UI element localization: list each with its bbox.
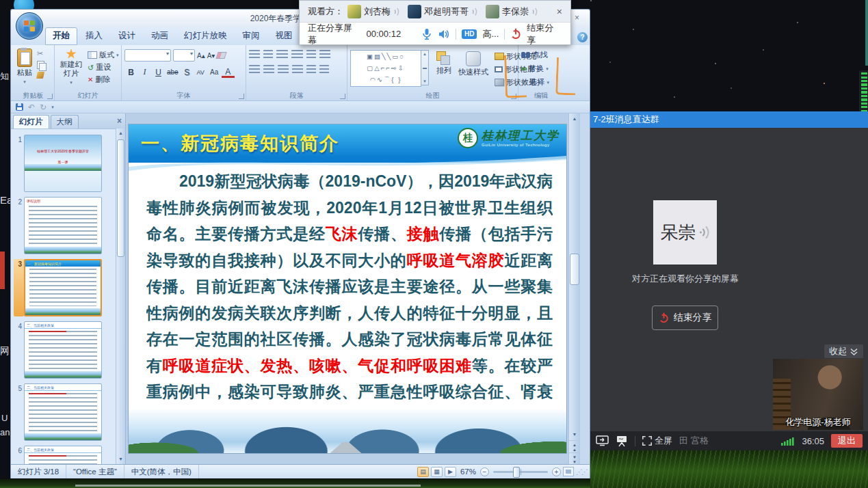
- desktop-app-icon[interactable]: [0, 252, 5, 289]
- shrink-font-button[interactable]: A▾: [207, 52, 215, 59]
- end-share-button[interactable]: 结束分享: [527, 22, 562, 46]
- underline-button[interactable]: U: [152, 66, 165, 78]
- desktop-icon-label[interactable]: 网: [0, 345, 10, 357]
- desktop-icon-label[interactable]: 知: [0, 70, 9, 83]
- slide-thumbnail-2[interactable]: 2课程说明: [14, 197, 125, 254]
- increase-indent-icon[interactable]: [291, 50, 303, 59]
- redo-icon[interactable]: ↻: [40, 103, 47, 111]
- align-center-icon[interactable]: [263, 65, 274, 74]
- scroll-up-icon[interactable]: ▲: [569, 113, 580, 124]
- delete-slide-button[interactable]: ✕删除: [88, 74, 119, 85]
- change-case-button[interactable]: Aa: [208, 66, 221, 78]
- tab-slides[interactable]: 幻灯片: [13, 115, 49, 128]
- webcam-video-tile[interactable]: 化学电源-杨老师: [773, 359, 863, 430]
- exit-button[interactable]: 退出: [831, 434, 863, 448]
- slide-thumbnail-6[interactable]: 6二、当前相关政策: [14, 446, 125, 464]
- scroll-up-icon[interactable]: ▲: [116, 128, 125, 138]
- character-spacing-button[interactable]: AV: [194, 66, 207, 78]
- copy-icon[interactable]: [37, 61, 44, 69]
- undo-icon[interactable]: ↶: [28, 103, 35, 111]
- viewer-chip[interactable]: 李保崇: [486, 5, 539, 18]
- theme-name[interactable]: “Office 主题”: [66, 465, 124, 478]
- scrollbar-thumb[interactable]: [570, 254, 579, 285]
- customize-qat-icon[interactable]: ▾: [51, 105, 54, 110]
- shadow-button[interactable]: S: [181, 66, 194, 78]
- reset-button[interactable]: ↺重设: [88, 62, 119, 72]
- scrollbar-thumb[interactable]: [117, 139, 124, 257]
- desktop-icon-label[interactable]: an: [0, 427, 10, 437]
- close-icon[interactable]: ×: [557, 7, 562, 16]
- hd-badge[interactable]: HD: [462, 29, 477, 39]
- font-color-button[interactable]: A: [222, 66, 235, 78]
- find-button[interactable]: 查找: [521, 49, 561, 61]
- quick-styles-button[interactable]: 快速样式: [456, 50, 490, 87]
- previous-slide-button[interactable]: ▲▲: [569, 440, 580, 452]
- scroll-down-icon[interactable]: ▼: [569, 429, 580, 439]
- bullets-icon[interactable]: [249, 50, 260, 59]
- slide-sorter-button[interactable]: ▦: [431, 467, 443, 477]
- cut-icon[interactable]: ✂: [37, 49, 44, 58]
- ribbon-tab-3[interactable]: 设计: [111, 27, 143, 45]
- ribbon-tab-5[interactable]: 幻灯片放映: [176, 27, 235, 45]
- scroll-down-icon[interactable]: ▼: [116, 455, 125, 464]
- next-slide-button[interactable]: ▼▼: [569, 452, 580, 464]
- help-icon[interactable]: ?: [577, 32, 588, 42]
- italic-button[interactable]: I: [138, 66, 151, 78]
- zoom-in-button[interactable]: +: [552, 467, 561, 476]
- language-indicator[interactable]: 中文(简体，中国): [124, 465, 199, 478]
- ribbon-tab-6[interactable]: 审阅: [235, 27, 267, 45]
- font-size-select[interactable]: [173, 49, 195, 62]
- smartart-icon[interactable]: [319, 65, 329, 74]
- normal-view-button[interactable]: ▤: [417, 467, 429, 477]
- slide-thumbnail-4[interactable]: 4二、当前相关政策: [14, 321, 125, 379]
- share-screen-icon[interactable]: [596, 435, 609, 446]
- collapse-button[interactable]: 收起: [824, 344, 863, 358]
- paste-button[interactable]: 粘贴▾: [15, 47, 34, 87]
- justify-icon[interactable]: [292, 65, 303, 74]
- zoom-out-button[interactable]: −: [480, 467, 489, 476]
- whiteboard-icon[interactable]: [616, 435, 628, 447]
- grow-font-button[interactable]: A▴: [197, 52, 205, 59]
- ribbon-tab-1[interactable]: 开始: [45, 27, 77, 45]
- office-button[interactable]: [16, 12, 43, 40]
- save-icon[interactable]: [16, 103, 23, 111]
- shapes-gallery[interactable]: ▣▤╲╲▭○ ▢△⌐⌐⇨⇩ ◠∿⌒{ }: [350, 50, 421, 87]
- slide-thumbnail-5[interactable]: 5二、当前相关政策: [14, 383, 125, 441]
- quality-label[interactable]: 高...: [482, 28, 499, 40]
- arrange-button[interactable]: 排列: [434, 50, 453, 87]
- viewer-chip[interactable]: 刘杏梅: [347, 5, 401, 18]
- clear-formatting-icon[interactable]: [216, 52, 227, 59]
- dialog-launcher[interactable]: [47, 94, 53, 99]
- slide-canvas[interactable]: 一、新冠病毒知识简介 桂 桂林理工大学 GuiLin University of…: [129, 124, 566, 453]
- select-button[interactable]: ↖选择▾: [521, 77, 561, 88]
- ribbon-tab-7[interactable]: 视图: [268, 27, 300, 45]
- viewer-chip[interactable]: 邓超明哥哥: [408, 5, 479, 18]
- window-close-icon[interactable]: ×: [575, 13, 579, 23]
- new-slide-button[interactable]: 新建幻灯片▾: [57, 47, 85, 88]
- tab-outline[interactable]: 大纲: [51, 115, 79, 128]
- shapes-gallery-scroll[interactable]: ▲▬▼: [421, 50, 429, 85]
- participant-tile[interactable]: 呆崇: [653, 200, 717, 265]
- resize-grip[interactable]: ⋰⋰: [576, 468, 587, 476]
- editor-scrollbar[interactable]: ▲ ▼ ▲▲ ▼▼: [568, 113, 580, 464]
- layout-button[interactable]: 版式▾: [88, 50, 119, 60]
- end-share-button[interactable]: 结束分享: [652, 306, 718, 330]
- slide-thumbnail-3[interactable]: 3一、新冠病毒知识简介: [14, 259, 125, 316]
- ribbon-tab-2[interactable]: 插入: [78, 27, 110, 45]
- align-left-icon[interactable]: [249, 65, 260, 74]
- slide-thumbnail-1[interactable]: 1桂林理工大学2020年春季学期开学第一课: [14, 135, 125, 192]
- desktop-icon-label[interactable]: U: [1, 413, 8, 423]
- bold-button[interactable]: B: [124, 66, 137, 78]
- microphone-icon[interactable]: [421, 28, 432, 40]
- zoom-slider[interactable]: [493, 471, 548, 473]
- dialog-launcher[interactable]: [239, 94, 244, 99]
- line-spacing-icon[interactable]: [306, 50, 316, 59]
- grid-view-button[interactable]: 田 宫格: [679, 435, 709, 447]
- panel-scrollbar[interactable]: ▲ ▼: [116, 128, 125, 464]
- text-direction-icon[interactable]: [319, 50, 330, 59]
- numbering-icon[interactable]: [263, 50, 273, 59]
- panel-close-icon[interactable]: ×: [117, 116, 122, 126]
- columns-icon[interactable]: [306, 65, 316, 74]
- decrease-indent-icon[interactable]: [276, 50, 288, 59]
- replace-button[interactable]: ab替换▾: [521, 63, 561, 74]
